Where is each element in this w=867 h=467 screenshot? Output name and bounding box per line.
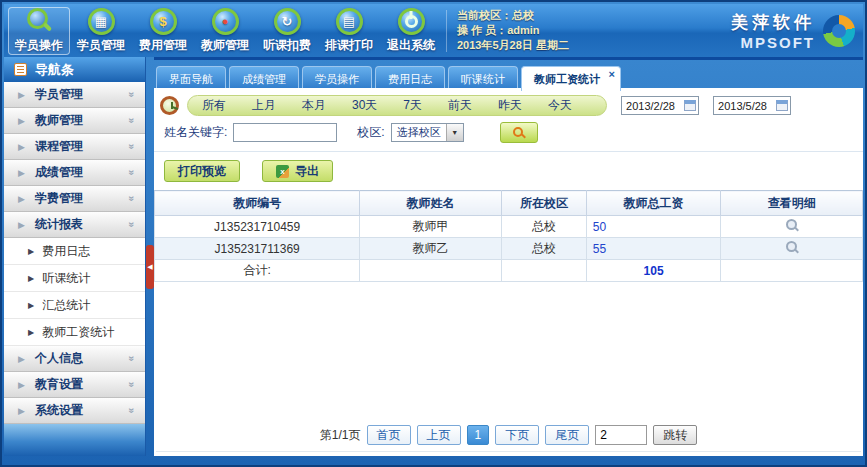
cell-campus: 总校: [501, 216, 586, 238]
col-total-salary: 教师总工资: [586, 191, 721, 216]
quick-link-last-month[interactable]: 上月: [252, 97, 276, 114]
cell-teacher-name: 教师乙: [360, 238, 502, 260]
quick-link-all[interactable]: 所有: [202, 97, 226, 114]
chevron-double-icon: »: [127, 92, 138, 98]
person-orb-icon: ●: [212, 8, 239, 35]
sidebar-group-label: 系统设置: [35, 402, 83, 419]
sidebar-group-system-settings[interactable]: ▶ 系统设置 »: [4, 398, 145, 424]
clock-icon: [160, 96, 179, 115]
sidebar-group-label: 课程管理: [35, 138, 83, 155]
total-value: 105: [586, 260, 721, 282]
campus-select[interactable]: 选择校区 ▼: [391, 123, 464, 142]
campus-select-value: 选择校区: [392, 125, 446, 140]
document-icon: [14, 63, 27, 76]
sidebar-item-fee-log[interactable]: ▶ 费用日志: [4, 238, 145, 265]
power-icon: [405, 15, 418, 28]
close-icon[interactable]: ×: [609, 68, 615, 80]
sidebar-item-lesson-stats[interactable]: ▶ 听课统计: [4, 265, 145, 292]
page-info: 第1/1页: [320, 427, 361, 444]
sidebar-group-tuition-manage[interactable]: ▶ 学费管理 »: [4, 186, 145, 212]
sidebar-group-statistics-reports[interactable]: ▶ 统计报表 »: [4, 212, 145, 238]
print-preview-button[interactable]: 打印预览: [164, 160, 240, 182]
keyword-filter-row: 姓名关键字: 校区: 选择校区 ▼: [164, 122, 855, 143]
toolbar-button-label: 听课扣费: [263, 37, 311, 54]
action-button-row: 打印预览 x 导出: [154, 152, 863, 190]
toolbar-exit-button[interactable]: 退出系统: [380, 7, 442, 55]
chevron-double-icon: »: [127, 196, 138, 202]
tab-bar: 界面导航 成绩管理 学员操作 费用日志 听课统计 教师工资统计 ×: [154, 57, 863, 88]
quick-link-yesterday[interactable]: 昨天: [498, 97, 522, 114]
tab-content: 所有 上月 本月 30天 7天 前天 昨天 今天: [154, 88, 863, 456]
cell-salary: 55: [586, 238, 721, 260]
quick-link-30days[interactable]: 30天: [352, 97, 377, 114]
sidebar-item-summary-stats[interactable]: ▶ 汇总统计: [4, 292, 145, 319]
chevron-double-icon: »: [127, 408, 138, 414]
chevron-double-icon: »: [127, 356, 138, 362]
logo-en-text: MPSOFT: [731, 34, 815, 51]
sidebar-item-teacher-salary-stats[interactable]: ▶ 教师工资统计: [4, 319, 145, 346]
quick-link-daybefore[interactable]: 前天: [448, 97, 472, 114]
export-label: 导出: [295, 163, 319, 180]
operator-label: 操 作 员：: [457, 24, 507, 36]
collapse-arrow-icon: ◀: [147, 263, 152, 271]
sidebar-group-score-manage[interactable]: ▶ 成绩管理 »: [4, 160, 145, 186]
export-button[interactable]: x 导出: [262, 160, 333, 182]
view-detail-icon[interactable]: [785, 219, 798, 232]
sidebar-group-student-manage[interactable]: ▶ 学员管理 »: [4, 82, 145, 108]
current-page-button[interactable]: 1: [467, 425, 490, 445]
first-page-button[interactable]: 首页: [367, 425, 411, 445]
next-page-button[interactable]: 下页: [495, 425, 539, 445]
toolbar-schedule-print-button[interactable]: ▤ 排课打印: [318, 7, 380, 55]
name-keyword-input[interactable]: [233, 123, 337, 142]
sidebar-collapse-handle[interactable]: ◀: [146, 245, 154, 289]
chevron-double-icon: »: [127, 382, 138, 388]
col-teacher-id: 教师编号: [155, 191, 360, 216]
search-button[interactable]: [500, 122, 538, 143]
mpsoft-swirl-icon: [823, 15, 855, 47]
calendar-icon[interactable]: [684, 100, 696, 111]
jump-button[interactable]: 跳转: [653, 425, 697, 445]
toolbar-teacher-manage-button[interactable]: ● 教师管理: [194, 7, 256, 55]
tab-teacher-salary-stats[interactable]: 教师工资统计 ×: [521, 66, 621, 91]
calendar-icon[interactable]: [776, 100, 788, 111]
operator-value: admin: [507, 24, 539, 36]
sidebar-group-teacher-manage[interactable]: ▶ 教师管理 »: [4, 108, 145, 134]
toolbar-button-label: 排课打印: [325, 37, 373, 54]
footer-divider: [156, 451, 861, 452]
quick-link-7days[interactable]: 7天: [403, 97, 422, 114]
arrow-right-icon: ▶: [18, 220, 25, 230]
sidebar-background: [4, 424, 145, 456]
quick-link-today[interactable]: 今天: [548, 97, 572, 114]
top-toolbar: 学员操作 ▦ 学员管理 $ 费用管理 ● 教师管理 ↻ 听课扣费 ▤ 排课打印 …: [4, 4, 863, 57]
sidebar-group-personal-info[interactable]: ▶ 个人信息 »: [4, 346, 145, 372]
prev-page-button[interactable]: 上页: [417, 425, 461, 445]
last-page-button[interactable]: 尾页: [545, 425, 589, 445]
toolbar-button-label: 学员操作: [15, 37, 63, 54]
chevron-double-icon: »: [127, 118, 138, 124]
sidebar-item-label: 费用日志: [42, 243, 90, 260]
name-keyword-label: 姓名关键字:: [164, 124, 227, 141]
sidebar-group-education-settings[interactable]: ▶ 教育设置 »: [4, 372, 145, 398]
col-teacher-name: 教师姓名: [360, 191, 502, 216]
sidebar-group-label: 个人信息: [35, 350, 83, 367]
main-area: 界面导航 成绩管理 学员操作 费用日志 听课统计 教师工资统计 × 所有 上月: [154, 57, 863, 456]
toolbar-button-label: 费用管理: [139, 37, 187, 54]
toolbar-button-label: 教师管理: [201, 37, 249, 54]
toolbar-student-operate-button[interactable]: 学员操作: [8, 7, 70, 55]
sidebar-group-label: 统计报表: [35, 216, 83, 233]
toolbar-fee-manage-button[interactable]: $ 费用管理: [132, 7, 194, 55]
brand-logo: 美萍软件 MPSOFT: [731, 11, 855, 51]
sidebar-group-course-manage[interactable]: ▶ 课程管理 »: [4, 134, 145, 160]
app-window: 学员操作 ▦ 学员管理 $ 费用管理 ● 教师管理 ↻ 听课扣费 ▤ 排课打印 …: [0, 0, 867, 467]
sidebar-header-label: 导航条: [35, 61, 74, 79]
total-label: 合计:: [155, 260, 360, 282]
quick-link-this-month[interactable]: 本月: [302, 97, 326, 114]
sidebar-item-label: 教师工资统计: [42, 324, 114, 341]
search-icon: [513, 127, 525, 139]
arrow-right-icon: ▶: [18, 116, 25, 126]
jump-page-input[interactable]: [595, 425, 647, 445]
sidebar-header: 导航条: [4, 57, 145, 82]
view-detail-icon[interactable]: [785, 241, 798, 254]
toolbar-student-manage-button[interactable]: ▦ 学员管理: [70, 7, 132, 55]
toolbar-lesson-fee-button[interactable]: ↻ 听课扣费: [256, 7, 318, 55]
